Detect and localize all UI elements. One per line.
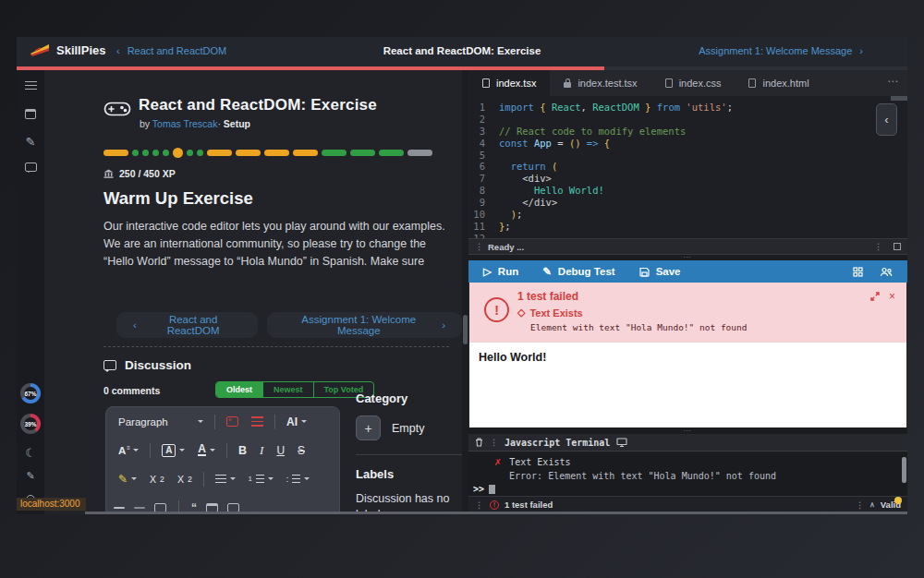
sort-newest[interactable]: Newest [262, 382, 313, 397]
debug-test-button[interactable]: ✎ Debug Test [542, 265, 614, 278]
editor-scrollbar-thumb[interactable] [891, 96, 907, 101]
tab-overflow-button[interactable]: ⋯ [887, 75, 898, 88]
screen: SkillPies ‹ React and ReactDOM React and… [0, 0, 924, 578]
tab-index.tsx[interactable]: index.tsx [468, 70, 550, 96]
terminal-output[interactable]: ✗ Text Exists Error: Element with text "… [468, 452, 907, 496]
tab-index.html[interactable]: index.html [735, 70, 822, 96]
table-icon[interactable] [206, 503, 218, 512]
terminal-title: Javascript Terminal [505, 438, 610, 448]
pencil-small-icon[interactable]: ✎ [17, 471, 44, 481]
app-window: SkillPies ‹ React and ReactDOM React and… [17, 37, 907, 514]
progress-ring[interactable]: 67% [20, 383, 41, 403]
divider [356, 454, 462, 455]
font-size-dropdown[interactable]: A≡ [114, 442, 143, 459]
gamepad-icon [103, 98, 131, 118]
highlighter-icon: ✎ [118, 473, 128, 486]
highlight-color-dropdown[interactable]: A [157, 441, 189, 460]
code-line: 2 [468, 114, 907, 126]
play-icon: ▷ [483, 265, 492, 278]
italic-button[interactable]: I [255, 440, 268, 461]
calendar-icon[interactable] [17, 109, 44, 119]
bullet-list-dropdown[interactable]: : [282, 472, 315, 487]
close-icon[interactable]: × [889, 290, 895, 303]
discussion-heading: Discussion [103, 358, 191, 372]
code-line: 8 Hello World! [468, 185, 907, 197]
progress-ring-label: 39% [24, 421, 36, 427]
add-category-button[interactable]: + [356, 415, 381, 440]
file-icon [665, 78, 673, 88]
exercise-description: Our interactive code editor lets you pla… [103, 218, 451, 271]
save-button[interactable]: Save [639, 266, 681, 277]
sort-oldest[interactable]: Oldest [216, 382, 262, 397]
text-color-dropdown[interactable]: A [193, 441, 220, 459]
dash-icon[interactable] [134, 507, 145, 509]
terminal-prompt[interactable]: >> [473, 484, 495, 494]
code-block-icon [226, 416, 238, 427]
bullet-list-icon [292, 475, 300, 484]
error-icon: ! [484, 297, 509, 322]
frame-icon[interactable] [227, 503, 239, 512]
dots-icon: ⋮ [874, 242, 882, 251]
insert-template-button[interactable] [222, 414, 243, 429]
ai-dropdown[interactable]: AI [282, 413, 311, 431]
terminal-scrollbar-thumb[interactable] [902, 457, 906, 483]
trash-icon[interactable] [475, 438, 483, 447]
app-header: SkillPies ‹ React and ReactDOM React and… [17, 37, 907, 66]
preview-text: Hello World! [479, 351, 546, 364]
author-link[interactable]: Tomas Trescak [152, 118, 218, 129]
chevron-down-icon [301, 420, 307, 426]
category-panel: Category + Empty Labels Discussion has n… [356, 391, 462, 514]
terminal-error-line: Error: Element with text "Hola Mundo!" n… [509, 471, 776, 481]
byline: by Tomas Trescak· Setup [140, 118, 250, 129]
tab-index.css[interactable]: index.css [651, 70, 736, 96]
chevron-right-icon: › [442, 319, 445, 331]
progress-segment [264, 150, 289, 156]
menu-icon[interactable] [17, 81, 44, 90]
prev-lesson-button[interactable]: ‹ React and ReactDOM [116, 312, 258, 338]
dots-icon: ⋮ [856, 500, 864, 510]
dots-icon: ⋮ [490, 438, 498, 447]
sort-group: OldestNewestTop Voted [215, 381, 374, 398]
next-assignment-link[interactable]: Assignment 1: Welcome Message › [699, 45, 863, 56]
alert-detail: Element with text "Hola Mundo!" not foun… [530, 322, 748, 332]
underline-button[interactable]: U [272, 441, 289, 460]
fullscreen-icon[interactable] [894, 243, 901, 250]
bold-button[interactable]: B [234, 441, 251, 460]
collaborators-icon[interactable] [880, 267, 893, 277]
progress-segment [173, 148, 183, 158]
dark-mode-moon-icon[interactable]: ☾ [17, 447, 44, 459]
chevron-up-icon[interactable]: ∧ [869, 500, 875, 509]
block-type-dropdown[interactable]: Paragraph [114, 414, 208, 430]
image-icon[interactable] [154, 503, 166, 512]
task-list-button[interactable] [247, 414, 268, 429]
code-editor[interactable]: 1import { React, ReactDOM } from 'utils'… [468, 96, 907, 238]
browser-status-badge: localhost:3000 [17, 498, 86, 511]
ordered-list-dropdown[interactable]: 1 [244, 472, 278, 487]
align-dropdown[interactable] [211, 472, 240, 487]
next-lesson-button[interactable]: Assignment 1: Welcome Message › [267, 312, 462, 338]
progress-segment [379, 150, 404, 156]
expand-icon[interactable] [870, 292, 880, 301]
monitor-icon[interactable] [616, 438, 627, 447]
run-button[interactable]: ▷ Run [483, 265, 518, 278]
hr-icon[interactable] [114, 507, 125, 509]
tab-index.test.tsx[interactable]: index.test.tsx [550, 70, 650, 96]
comment-editor[interactable]: Paragraph AI A≡ [105, 406, 340, 514]
superscript-button[interactable]: X2 [173, 471, 197, 488]
scrollbar-thumb[interactable] [463, 315, 468, 344]
highlighter-pen-dropdown[interactable]: ✎ [114, 470, 141, 488]
progress-segment [103, 150, 128, 156]
grid-view-icon[interactable] [853, 267, 863, 277]
subscript-button[interactable]: X2 [145, 471, 169, 488]
strikethrough-button[interactable]: S [293, 441, 310, 460]
progress-segment [350, 150, 375, 156]
resize-handle[interactable]: ⋯ [468, 427, 907, 434]
collapse-panel-button[interactable]: ‹ [876, 103, 897, 136]
code-line: 7 <div> [468, 173, 907, 185]
content-scrollbar[interactable] [462, 70, 468, 514]
edit-pencil-icon[interactable]: ✎ [17, 136, 44, 148]
run-toolbar: ▷ Run ✎ Debug Test Save [468, 260, 907, 283]
comments-icon[interactable] [17, 163, 44, 172]
progress-ring[interactable]: 39% [20, 414, 41, 434]
code-line: 4const App = () => { [468, 138, 907, 150]
